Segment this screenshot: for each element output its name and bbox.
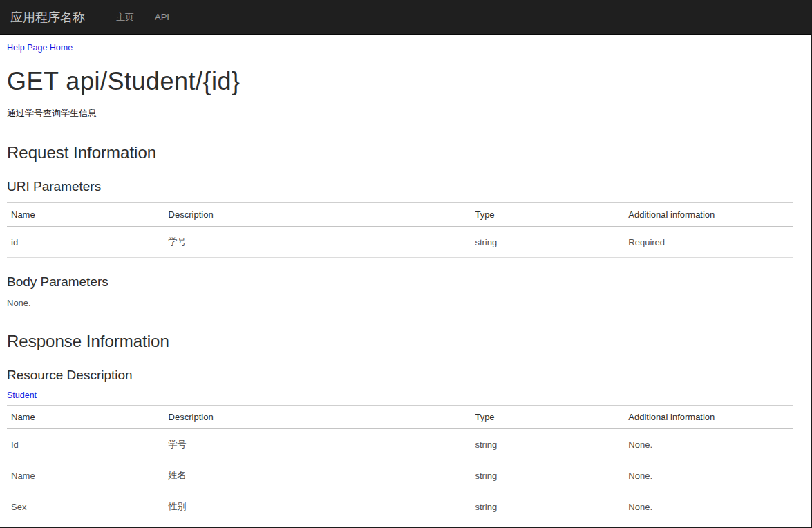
table-cell: 学号 [164, 429, 471, 460]
nav-item-api[interactable]: API [144, 1, 180, 32]
table-header-row: Name Description Type Additional informa… [7, 406, 793, 429]
table-cell: Name [7, 460, 164, 491]
resource-description-heading: Resource Description [7, 368, 793, 383]
table-cell: None. [624, 522, 793, 528]
uri-parameters-table: Name Description Type Additional informa… [7, 202, 793, 258]
uri-parameters-heading: URI Parameters [7, 179, 793, 194]
table-cell: 性别 [164, 491, 471, 522]
column-header-type: Type [471, 203, 624, 227]
breadcrumb: Help Page Home [7, 41, 793, 53]
column-header-additional: Additional information [624, 406, 793, 429]
help-page-home-link[interactable]: Help Page Home [7, 43, 73, 53]
column-header-additional: Additional information [624, 203, 793, 227]
table-cell: Sex [7, 491, 164, 522]
table-cell: None. [624, 491, 793, 522]
response-information-heading: Response Information [7, 332, 793, 351]
body-parameters-value: None. [7, 298, 793, 308]
table-cell: 学号 [164, 227, 471, 258]
table-row: Age 年龄 integer None. [7, 522, 793, 528]
table-cell: Age [7, 522, 164, 528]
page-subtitle: 通过学号查询学生信息 [7, 107, 793, 120]
main-content: Help Page Home GET api/Student/{id} 通过学号… [0, 41, 811, 528]
body-parameters-heading: Body Parameters [7, 274, 793, 290]
table-row: Name 姓名 string None. [7, 460, 793, 491]
table-cell: string [471, 460, 624, 491]
request-information-heading: Request Information [7, 143, 793, 162]
table-cell: string [471, 429, 624, 460]
table-row: id 学号 string Required [7, 227, 793, 258]
student-resource-link[interactable]: Student [7, 390, 37, 400]
table-row: Id 学号 string None. [7, 429, 793, 460]
table-row: Sex 性别 string None. [7, 491, 793, 522]
column-header-name: Name [7, 203, 164, 227]
nav-item-home[interactable]: 主页 [106, 1, 144, 34]
table-cell: Required [624, 227, 793, 258]
table-cell: None. [624, 429, 793, 460]
table-cell: string [471, 491, 624, 522]
navbar-brand[interactable]: 应用程序名称 [7, 9, 88, 26]
table-header-row: Name Description Type Additional informa… [7, 203, 793, 227]
resource-description-table: Name Description Type Additional informa… [7, 405, 793, 528]
table-cell: 姓名 [164, 460, 471, 491]
column-header-description: Description [164, 406, 471, 429]
table-cell: Id [7, 429, 164, 460]
resource-link-row: Student [7, 388, 793, 401]
page-title: GET api/Student/{id} [7, 67, 793, 96]
column-header-name: Name [7, 406, 164, 429]
table-cell: 年龄 [164, 522, 471, 528]
table-cell: string [471, 227, 624, 258]
table-cell: integer [471, 522, 624, 528]
table-cell: id [7, 227, 164, 258]
navbar: 应用程序名称 主页 API [0, 0, 811, 35]
column-header-description: Description [164, 203, 471, 227]
table-cell: None. [624, 460, 793, 491]
column-header-type: Type [471, 406, 624, 429]
